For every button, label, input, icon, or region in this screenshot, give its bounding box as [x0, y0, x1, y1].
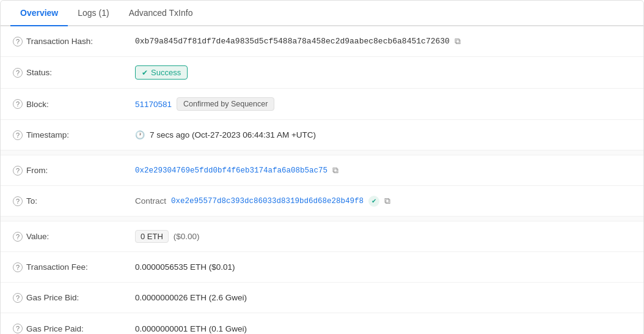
- copy-tx-hash-icon[interactable]: ⧉: [455, 36, 461, 46]
- help-icon-timestamp[interactable]: ?: [13, 130, 23, 140]
- status-badge: ✔ Success: [135, 65, 188, 80]
- status-value-col: ✔ Success: [135, 65, 631, 80]
- timestamp-label: ? Timestamp:: [13, 130, 135, 140]
- gas-price-paid-value: 0.0000000001 ETH (0.1 Gwei): [135, 324, 247, 333]
- gas-price-paid-value-col: 0.0000000001 ETH (0.1 Gwei): [135, 324, 631, 333]
- gas-price-bid-label-text: Gas Price Bid:: [26, 293, 79, 302]
- timestamp-row: ? Timestamp: 🕐 7 secs ago (Oct-27-2023 0…: [1, 120, 643, 150]
- tab-bar: Overview Logs (1) Advanced TxInfo: [1, 1, 643, 26]
- help-icon-tx-hash[interactable]: ?: [13, 37, 23, 46]
- transaction-fee-value: 0.0000056535 ETH ($0.01): [135, 262, 235, 272]
- block-number-link[interactable]: 51170581: [135, 100, 172, 109]
- clock-icon: 🕐: [135, 130, 145, 139]
- help-icon-block[interactable]: ?: [13, 99, 23, 109]
- tab-content: ? Transaction Hash: 0xb79a845d7f81df7de4…: [1, 26, 643, 334]
- confirmed-by-sequencer-badge: Confirmed by Sequencer: [177, 97, 274, 111]
- value-label: ? Value:: [13, 232, 135, 242]
- help-icon-value[interactable]: ?: [13, 232, 23, 242]
- transaction-fee-label-text: Transaction Fee:: [26, 262, 88, 272]
- copy-from-address-icon[interactable]: ⧉: [332, 165, 338, 176]
- from-label: ? From:: [13, 166, 135, 176]
- copy-to-address-icon[interactable]: ⧉: [384, 196, 390, 206]
- transaction-detail-panel: Overview Logs (1) Advanced TxInfo ? Tran…: [0, 0, 644, 334]
- block-row: ? Block: 51170581 Confirmed by Sequencer: [1, 89, 643, 120]
- help-icon-gas-bid[interactable]: ?: [13, 293, 23, 303]
- timestamp-value: 7 secs ago (Oct-27-2023 06:44:31 AM +UTC…: [150, 130, 316, 139]
- gas-price-bid-row: ? Gas Price Bid: 0.0000000026 ETH (2.6 G…: [1, 283, 643, 313]
- gas-price-paid-label: ? Gas Price Paid:: [13, 324, 135, 333]
- verified-contract-icon: ✔: [368, 196, 379, 207]
- gas-price-bid-value: 0.0000000026 ETH (2.6 Gwei): [135, 293, 247, 302]
- block-label: ? Block:: [13, 99, 135, 109]
- to-prefix-text: Contract: [135, 196, 166, 206]
- value-eth-badge: 0 ETH: [135, 230, 169, 243]
- help-icon-gas-paid[interactable]: ?: [13, 324, 23, 333]
- timestamp-label-text: Timestamp:: [26, 130, 69, 139]
- value-row: ? Value: 0 ETH ($0.00): [1, 221, 643, 252]
- to-value-col: Contract 0xe2e95577d8c393dc86033d8319bd6…: [135, 196, 631, 207]
- transaction-hash-value-col: 0xb79a845d7f81df7de4a9835d5cf5488a78a458…: [135, 36, 631, 46]
- from-label-text: From:: [26, 166, 48, 175]
- transaction-fee-label: ? Transaction Fee:: [13, 262, 135, 272]
- to-label: ? To:: [13, 196, 135, 206]
- value-label-text: Value:: [26, 232, 49, 241]
- success-dot-icon: ✔: [142, 69, 148, 77]
- transaction-fee-value-col: 0.0000056535 ETH ($0.01): [135, 262, 631, 272]
- tab-logs[interactable]: Logs (1): [68, 1, 119, 26]
- transaction-hash-value: 0xb79a845d7f81df7de4a9835d5cf5488a78a458…: [135, 37, 450, 46]
- help-icon-tx-fee[interactable]: ?: [13, 262, 23, 272]
- status-label-text: Status:: [26, 68, 52, 77]
- from-value-col: 0x2e29304769e5fdd0bf4f6eb3174afa6a08b5ac…: [135, 165, 631, 176]
- from-row: ? From: 0x2e29304769e5fdd0bf4f6eb3174afa…: [1, 155, 643, 186]
- value-usd-text: ($0.00): [174, 232, 200, 241]
- transaction-fee-row: ? Transaction Fee: 0.0000056535 ETH ($0.…: [1, 252, 643, 283]
- transaction-hash-label-text: Transaction Hash:: [26, 37, 93, 46]
- help-icon-status[interactable]: ?: [13, 68, 23, 78]
- section-divider-1: [1, 150, 643, 155]
- section-divider-2: [1, 217, 643, 221]
- status-label: ? Status:: [13, 68, 135, 78]
- transaction-hash-label: ? Transaction Hash:: [13, 37, 135, 46]
- status-badge-text: Success: [151, 68, 181, 77]
- status-row: ? Status: ✔ Success: [1, 57, 643, 89]
- block-value-col: 51170581 Confirmed by Sequencer: [135, 97, 631, 111]
- help-icon-to[interactable]: ?: [13, 196, 23, 206]
- gas-price-bid-label: ? Gas Price Bid:: [13, 293, 135, 303]
- block-label-text: Block:: [26, 100, 49, 109]
- tab-overview[interactable]: Overview: [10, 1, 68, 26]
- gas-price-paid-label-text: Gas Price Paid:: [26, 324, 84, 333]
- gas-price-paid-row: ? Gas Price Paid: 0.0000000001 ETH (0.1 …: [1, 313, 643, 334]
- transaction-hash-row: ? Transaction Hash: 0xb79a845d7f81df7de4…: [1, 26, 643, 57]
- to-row: ? To: Contract 0xe2e95577d8c393dc86033d8…: [1, 186, 643, 217]
- to-address-link[interactable]: 0xe2e95577d8c393dc86033d8319bd6d68e28b49…: [171, 197, 364, 206]
- help-icon-from[interactable]: ?: [13, 166, 23, 176]
- from-address-link[interactable]: 0x2e29304769e5fdd0bf4f6eb3174afa6a08b5ac…: [135, 166, 327, 175]
- to-label-text: To:: [26, 196, 37, 206]
- gas-price-bid-value-col: 0.0000000026 ETH (2.6 Gwei): [135, 293, 631, 302]
- value-value-col: 0 ETH ($0.00): [135, 230, 631, 243]
- tab-advanced[interactable]: Advanced TxInfo: [119, 1, 203, 26]
- timestamp-value-col: 🕐 7 secs ago (Oct-27-2023 06:44:31 AM +U…: [135, 130, 631, 139]
